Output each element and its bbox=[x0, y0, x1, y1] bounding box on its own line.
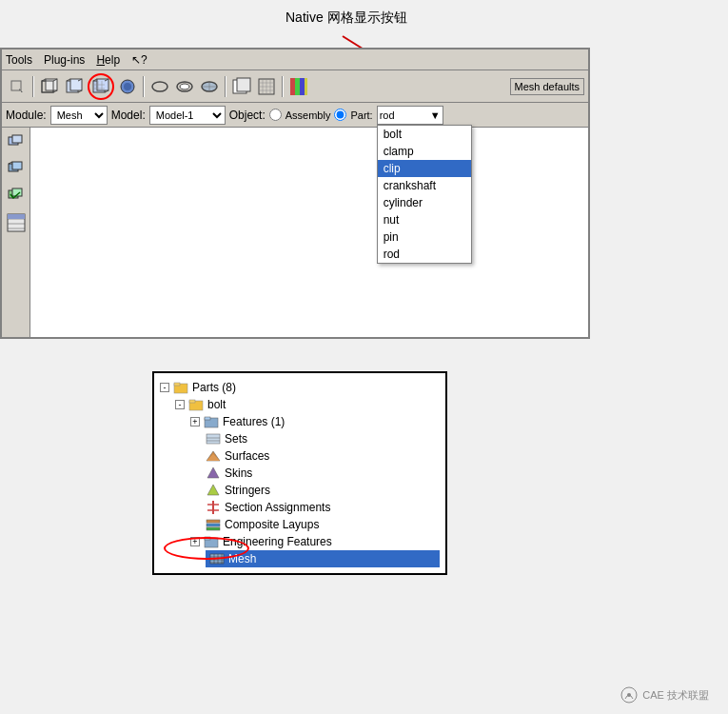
tree-engineering-label: Engineering Features bbox=[223, 535, 332, 548]
left-icon-rotate[interactable] bbox=[5, 131, 28, 154]
svg-rect-73 bbox=[207, 520, 220, 523]
tree-section[interactable]: Section Assignments bbox=[206, 499, 440, 516]
cae-watermark-text: CAE 技术联盟 bbox=[642, 688, 709, 703]
bolt-folder-icon bbox=[188, 397, 204, 412]
part-selected-value: rod bbox=[380, 109, 395, 121]
menu-plugins[interactable]: Plug-ins bbox=[44, 53, 85, 67]
dropdown-arrow-icon: ▼ bbox=[430, 109, 441, 121]
toolbar: Mesh defaults bbox=[2, 70, 588, 103]
tree-root-toggle[interactable]: - bbox=[160, 383, 169, 392]
toolbar-color[interactable] bbox=[287, 75, 310, 98]
engineering-icon bbox=[204, 534, 219, 549]
tree-features-toggle[interactable]: + bbox=[190, 417, 200, 426]
svg-rect-42 bbox=[295, 78, 300, 95]
viewport bbox=[30, 128, 588, 337]
model-label: Model: bbox=[111, 109, 146, 122]
tree-bolt[interactable]: - bolt bbox=[175, 396, 440, 413]
dropdown-item-pin[interactable]: pin bbox=[378, 228, 471, 246]
sets-icon bbox=[206, 431, 221, 446]
assembly-radio[interactable] bbox=[269, 109, 282, 121]
annotation-label: Native 网格显示按钮 bbox=[285, 10, 407, 27]
toolbar-oval3[interactable] bbox=[198, 75, 221, 98]
menu-tools[interactable]: Tools bbox=[6, 53, 32, 67]
svg-point-86 bbox=[627, 693, 631, 697]
cae-watermark: CAE 技术联盟 bbox=[620, 685, 709, 704]
sep1 bbox=[32, 76, 34, 97]
dropdown-item-nut[interactable]: nut bbox=[378, 211, 471, 228]
left-icon-check[interactable] bbox=[5, 185, 28, 208]
cae-logo-icon bbox=[620, 685, 639, 704]
tree-root[interactable]: - Parts (8) bbox=[160, 379, 440, 396]
stringers-icon bbox=[206, 483, 221, 498]
tree-bolt-label: bolt bbox=[207, 398, 226, 411]
toolbar-oval2[interactable] bbox=[173, 75, 196, 98]
menu-arrow[interactable]: ↖? bbox=[131, 53, 148, 67]
sep2 bbox=[143, 76, 145, 97]
section-icon bbox=[206, 500, 221, 515]
svg-rect-60 bbox=[189, 400, 195, 403]
tree-composite[interactable]: Composite Layups bbox=[206, 516, 440, 533]
tree-composite-label: Composite Layups bbox=[225, 518, 319, 531]
composite-icon bbox=[206, 517, 221, 532]
toolbar-dropdown-btn[interactable] bbox=[6, 75, 29, 98]
svg-rect-62 bbox=[205, 417, 210, 420]
tree-engineering[interactable]: + Engineering Features bbox=[190, 533, 440, 550]
tree-surfaces[interactable]: Surfaces bbox=[206, 447, 440, 465]
svg-rect-58 bbox=[174, 383, 180, 386]
toolbar-box1[interactable] bbox=[38, 75, 61, 98]
part-select-box[interactable]: rod ▼ bbox=[377, 106, 443, 125]
dropdown-item-clip[interactable]: clip bbox=[378, 160, 471, 177]
toolbar-circle[interactable] bbox=[116, 75, 139, 98]
dropdown-item-crankshaft[interactable]: crankshaft bbox=[378, 177, 471, 194]
svg-marker-69 bbox=[207, 485, 219, 495]
left-icon-view[interactable] bbox=[5, 158, 28, 181]
tree-bolt-toggle[interactable]: - bbox=[175, 400, 185, 409]
toolbar-rect2[interactable] bbox=[255, 75, 278, 98]
svg-rect-48 bbox=[12, 162, 22, 169]
left-icon-panel bbox=[2, 128, 30, 337]
mesh-defaults-label: Mesh defaults bbox=[510, 78, 584, 95]
svg-rect-75 bbox=[207, 527, 220, 530]
tree-stringers-label: Stringers bbox=[225, 484, 270, 497]
menu-help[interactable]: Help bbox=[96, 53, 120, 67]
dropdown-item-clamp[interactable]: clamp bbox=[378, 143, 471, 160]
svg-point-26 bbox=[152, 82, 167, 91]
dropdown-item-rod[interactable]: rod bbox=[378, 246, 471, 263]
dropdown-item-bolt[interactable]: bolt bbox=[378, 126, 471, 143]
part-radio-label[interactable]: Part: bbox=[350, 109, 372, 121]
part-dropdown-wrapper: rod ▼ bolt clamp clip crankshaft cylinde… bbox=[377, 106, 443, 125]
svg-point-28 bbox=[180, 84, 189, 89]
module-select[interactable]: Mesh bbox=[50, 106, 108, 125]
dropdown-item-cylinder[interactable]: cylinder bbox=[378, 194, 471, 211]
left-icon-list[interactable] bbox=[5, 211, 28, 234]
svg-rect-41 bbox=[290, 78, 295, 95]
toolbar-oval1[interactable] bbox=[148, 75, 171, 98]
svg-rect-44 bbox=[305, 78, 307, 95]
surfaces-icon bbox=[206, 448, 221, 464]
object-label: Object: bbox=[229, 109, 266, 122]
tree-sets[interactable]: Sets bbox=[206, 430, 440, 447]
tree-features[interactable]: + Features (1) bbox=[190, 413, 440, 430]
toolbar-rect1[interactable] bbox=[230, 75, 253, 98]
native-mesh-display-btn[interactable] bbox=[88, 73, 114, 100]
svg-marker-68 bbox=[207, 467, 219, 478]
svg-point-25 bbox=[124, 83, 131, 90]
tree-mesh[interactable]: Mesh bbox=[206, 550, 440, 567]
main-window: Tools Plug-ins Help ↖? bbox=[0, 48, 590, 339]
tree-sets-label: Sets bbox=[225, 432, 247, 446]
tree-engineering-toggle[interactable]: + bbox=[190, 537, 200, 546]
model-select[interactable]: Model-1 bbox=[149, 106, 226, 125]
part-dropdown-list: bolt clamp clip crankshaft cylinder nut … bbox=[377, 125, 472, 264]
module-label: Module: bbox=[6, 109, 47, 122]
svg-rect-74 bbox=[207, 524, 220, 526]
svg-marker-67 bbox=[207, 454, 220, 461]
svg-rect-56 bbox=[8, 214, 25, 219]
part-radio[interactable] bbox=[334, 109, 346, 121]
module-bar: Module: Mesh Model: Model-1 Object: Asse… bbox=[2, 103, 588, 128]
assembly-radio-label[interactable]: Assembly bbox=[285, 109, 331, 121]
tree-root-label: Parts (8) bbox=[192, 381, 236, 394]
tree-mesh-label: Mesh bbox=[228, 552, 256, 565]
tree-stringers[interactable]: Stringers bbox=[206, 482, 440, 499]
tree-skins[interactable]: Skins bbox=[206, 465, 440, 482]
toolbar-box2[interactable] bbox=[63, 75, 86, 98]
